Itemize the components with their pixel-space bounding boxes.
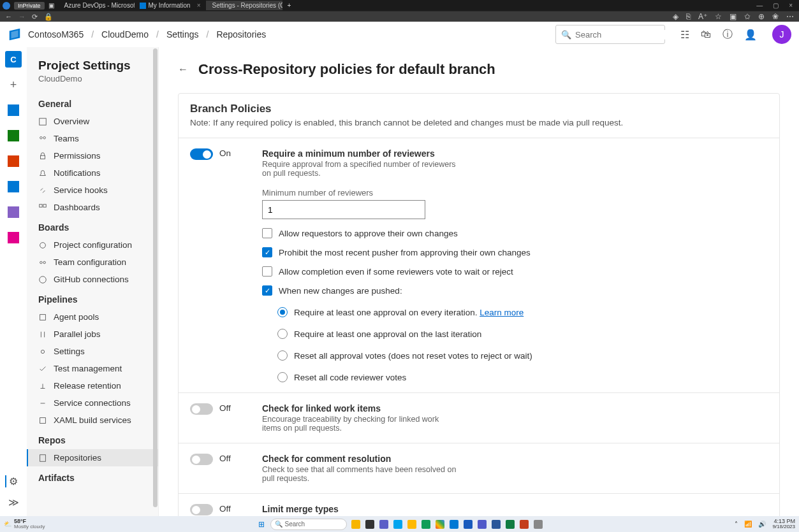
sidebar-item-xaml[interactable]: XAML build services [27,412,158,429]
close-icon[interactable]: × [197,2,201,9]
minimize-icon[interactable]: — [756,2,763,9]
chk-allow-completion[interactable]: Allow completion even if some reviewers … [262,266,768,277]
more-icon[interactable]: ⋯ [786,12,794,21]
azdo-logo-icon[interactable] [8,27,22,41]
close-window-icon[interactable]: × [789,2,793,9]
rail-collapse-icon[interactable]: ≫ [8,496,19,508]
sidebar-item-permissions[interactable]: Permissions [27,147,158,164]
sidebar-item-repositories[interactable]: Repositories [27,449,158,466]
tb-app-icon[interactable] [477,519,487,529]
weather-widget[interactable]: ⛅ 58°F Mostly cloudy [4,519,45,529]
addr-icon[interactable]: ⊕ [758,12,765,21]
rail-pipelines-icon[interactable] [5,178,22,195]
chk-new-changes[interactable]: ✓ When new changes are pushed: [262,285,768,296]
min-reviewers-input[interactable] [262,200,425,219]
toggle-merge-types[interactable] [190,504,213,515]
sidebar-item-overview[interactable]: Overview [27,113,158,130]
back-icon[interactable]: ← [5,13,12,20]
collections-icon[interactable]: ▣ [48,2,54,9]
rail-overview-icon[interactable] [5,102,22,119]
addr-icon[interactable]: ⎘ [686,12,691,21]
radio-reset-all[interactable]: Reset all code reviewer votes [277,372,768,382]
back-arrow-icon[interactable]: ← [178,64,188,75]
sidebar-item-agent-pools[interactable]: Agent pools [27,308,158,326]
rail-settings-icon[interactable]: ⚙ [5,475,18,487]
tb-app-icon[interactable] [505,519,515,529]
user-settings-icon[interactable]: 👤 [744,29,757,41]
breadcrumb-settings[interactable]: Settings [166,29,199,40]
rail-boards-icon[interactable] [5,127,22,144]
profile-icon[interactable] [3,2,10,10]
favorites-bar-icon[interactable]: ✩ [744,12,751,21]
toggle-comment-res[interactable] [190,454,213,465]
work-items-icon[interactable]: ☷ [680,29,689,41]
maximize-icon[interactable]: ▢ [773,2,779,9]
new-tab-button[interactable]: + [284,2,295,9]
sidebar-item-teams[interactable]: Teams [27,130,158,147]
sidebar-item-svc-conn[interactable]: Service connections [27,394,158,412]
tb-app-icon[interactable] [519,519,529,529]
taskbar-search[interactable]: 🔍Search [270,519,347,530]
sidebar-item-dashboards[interactable]: Dashboards [27,199,158,216]
browser-tab-myinfo[interactable]: My Information× [136,1,205,10]
toggle-linked-items[interactable] [190,403,213,415]
chk-allow-requestors[interactable]: Allow requestors to approve their own ch… [262,228,768,238]
browser-tab-azure[interactable]: Azure DevOps - Microsoft Azure× [58,1,135,10]
marketplace-icon[interactable]: 🛍 [701,29,711,40]
tb-app-icon[interactable] [379,519,389,529]
tb-app-icon[interactable] [533,519,543,529]
sidebar-item-proj-config[interactable]: Project configuration [27,236,158,254]
checkbox-icon[interactable] [262,228,272,238]
addr-icon[interactable]: ❀ [772,12,779,21]
start-icon[interactable]: ⊞ [256,519,267,529]
chk-prohibit-pusher[interactable]: ✓ Prohibit the most recent pusher from a… [262,247,768,257]
sidebar-item-release[interactable]: Release retention [27,377,158,394]
learn-more-link[interactable]: Learn more [480,308,524,317]
rail-artifacts-icon[interactable] [5,229,22,246]
rail-add[interactable]: + [5,76,22,93]
checkbox-icon[interactable]: ✓ [262,285,272,296]
radio-reset-approval[interactable]: Reset all approval votes (does not reset… [277,350,768,361]
favorite-icon[interactable]: ☆ [715,12,722,21]
rail-testplans-icon[interactable] [5,204,22,220]
sidebar-item-settings[interactable]: Settings [27,343,158,360]
tb-app-icon[interactable] [463,519,473,529]
tb-app-icon[interactable] [365,519,375,529]
tb-app-icon[interactable] [435,519,445,529]
checkbox-icon[interactable]: ✓ [262,247,272,257]
checkbox-icon[interactable] [262,266,272,277]
addr-icon[interactable]: ▣ [729,12,737,21]
rail-project[interactable]: C [5,51,22,68]
sidebar-item-parallel[interactable]: Parallel jobs [27,326,158,343]
help-icon[interactable]: ⓘ [722,28,733,41]
search-field[interactable] [575,30,682,40]
radio-icon[interactable] [277,350,288,361]
tb-app-icon[interactable] [351,519,361,529]
scrollbar[interactable] [153,48,158,507]
avatar[interactable]: J [772,25,791,44]
sidebar-item-test-mgmt[interactable]: Test management [27,360,158,377]
refresh-icon[interactable]: ⟳ [32,13,38,21]
addr-icon[interactable]: ◈ [673,12,678,21]
sidebar-item-github[interactable]: GitHub connections [27,271,158,288]
tb-app-icon[interactable] [491,519,501,529]
radio-icon[interactable] [277,307,288,317]
browser-tab-settings[interactable]: Settings - Repositories (CloudD…× [206,1,282,10]
toggle-min-reviewers[interactable] [190,148,213,160]
tb-app-icon[interactable] [393,519,403,529]
tb-app-icon[interactable] [407,519,417,529]
tb-app-icon[interactable] [421,519,431,529]
tray-date[interactable]: 9/18/2023 [772,524,795,529]
radio-every-iteration[interactable]: Require at least one approval on every i… [277,307,768,317]
tray-sound-icon[interactable]: 🔊 [758,521,766,528]
site-lock-icon[interactable]: 🔒 [44,13,53,21]
addr-icon[interactable]: A⁺ [698,12,707,21]
radio-icon[interactable] [277,329,288,339]
breadcrumb-org[interactable]: ContosoM365 [28,29,84,40]
sidebar-item-notifications[interactable]: Notifications [27,164,158,182]
radio-last-iteration[interactable]: Require at least one approval on the las… [277,329,768,339]
sidebar-item-service-hooks[interactable]: Service hooks [27,182,158,199]
rail-repos-icon[interactable] [5,153,22,169]
tray-chevron-icon[interactable]: ˄ [735,521,738,528]
breadcrumb-repos[interactable]: Repositories [216,29,266,40]
